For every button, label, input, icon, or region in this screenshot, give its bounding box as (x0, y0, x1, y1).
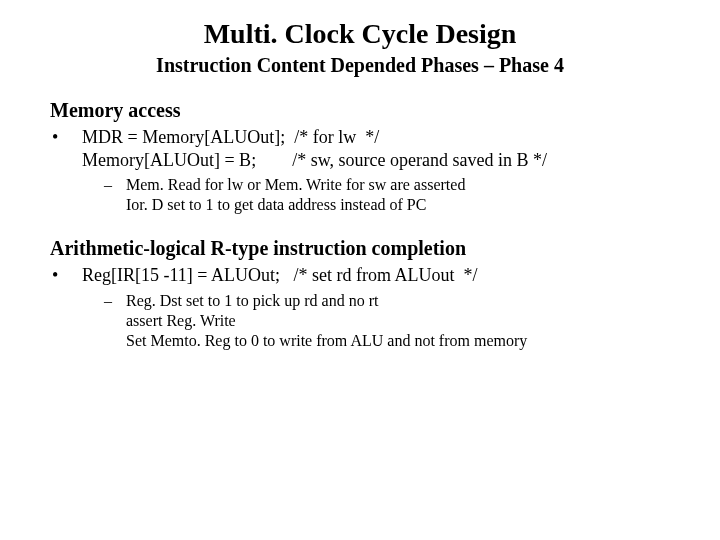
code-stmt: Reg[IR[15 -11] = ALUOut; (82, 264, 293, 287)
code-line: Reg[IR[15 -11] = ALUOut; /* set rd from … (82, 264, 670, 287)
bullet-rtype: • Reg[IR[15 -11] = ALUOut; /* set rd fro… (50, 264, 670, 287)
sub-bullet-dash: – (104, 291, 126, 351)
sub-bullet-body: Mem. Read for lw or Mem. Write for sw ar… (126, 175, 670, 215)
section-heading-rtype: Arithmetic-logical R-type instruction co… (50, 237, 670, 260)
sub-bullet-line: Reg. Dst set to 1 to pick up rd and no r… (126, 291, 670, 311)
sub-bullet-memory-access: – Mem. Read for lw or Mem. Write for sw … (104, 175, 670, 215)
spacer (50, 215, 670, 237)
code-line: MDR = Memory[ALUOut]; /* for lw */ (82, 126, 670, 149)
code-stmt: Memory[ALUOut] = B; (82, 149, 292, 172)
sub-bullet-line: Mem. Read for lw or Mem. Write for sw ar… (126, 175, 670, 195)
code-comment: /* for lw */ (294, 126, 379, 149)
code-comment: /* set rd from ALUout */ (293, 264, 477, 287)
sub-bullet-rtype: – Reg. Dst set to 1 to pick up rd and no… (104, 291, 670, 351)
bullet-dot: • (50, 126, 82, 171)
sub-bullet-line: Ior. D set to 1 to get data address inst… (126, 195, 670, 215)
code-stmt: MDR = Memory[ALUOut]; (82, 126, 294, 149)
code-comment: /* sw, source operand saved in B */ (292, 149, 547, 172)
section-heading-memory-access: Memory access (50, 99, 670, 122)
sub-bullet-line: assert Reg. Write (126, 311, 670, 331)
slide: Multi. Clock Cycle Design Instruction Co… (0, 0, 720, 540)
slide-title: Multi. Clock Cycle Design (50, 18, 670, 50)
sub-bullet-body: Reg. Dst set to 1 to pick up rd and no r… (126, 291, 670, 351)
sub-bullet-line: Set Memto. Reg to 0 to write from ALU an… (126, 331, 670, 351)
sub-bullet-dash: – (104, 175, 126, 215)
slide-subtitle: Instruction Content Depended Phases – Ph… (50, 54, 670, 77)
bullet-body: Reg[IR[15 -11] = ALUOut; /* set rd from … (82, 264, 670, 287)
bullet-memory-access: • MDR = Memory[ALUOut]; /* for lw */ Mem… (50, 126, 670, 171)
code-line: Memory[ALUOut] = B; /* sw, source operan… (82, 149, 670, 172)
bullet-dot: • (50, 264, 82, 287)
bullet-body: MDR = Memory[ALUOut]; /* for lw */ Memor… (82, 126, 670, 171)
